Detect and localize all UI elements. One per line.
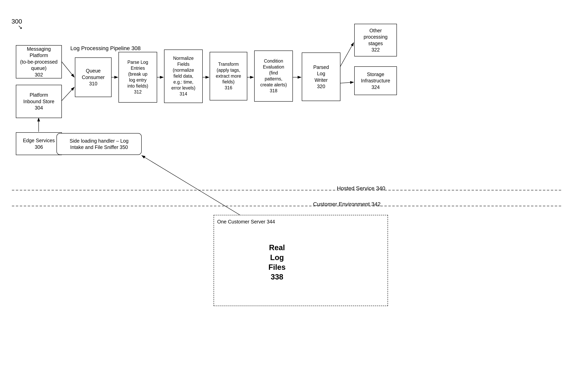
other-processing-box: Otherprocessingstages322 <box>354 24 397 56</box>
platform-inbound-label: PlatformInbound Store304 <box>23 92 54 111</box>
svg-line-10 <box>340 82 354 83</box>
parse-log-box: Parse LogEntries(break uplog entryinto f… <box>118 52 157 103</box>
normalize-fields-box: NormalizeFields(normalizefield data,e.g.… <box>164 50 203 103</box>
one-customer-server-label: One Customer Server 344 <box>217 219 275 225</box>
log-pipeline-label: Log Processing Pipeline 308 <box>70 45 141 52</box>
normalize-fields-label: NormalizeFields(normalizefield data,e.g.… <box>172 56 195 97</box>
edge-services-label: Edge Services306 <box>23 137 55 150</box>
messaging-platform-box: Messaging Platform(to-be-processedqueue)… <box>16 45 62 79</box>
condition-eval-box: ConditionEvaluation(findpatterns,create … <box>254 51 293 102</box>
svg-line-3 <box>61 87 74 101</box>
svg-line-2 <box>61 61 74 77</box>
ref-300-arrow: ↘ <box>18 24 22 30</box>
svg-line-9 <box>340 43 354 67</box>
side-loading-label: Side loading handler – LogIntake and Fil… <box>70 138 128 151</box>
customer-env-label: Customer Environment 342 <box>313 201 381 207</box>
parsed-log-writer-box: ParsedLogWriter320 <box>302 53 340 101</box>
messaging-platform-label: Messaging Platform(to-be-processedqueue)… <box>18 46 60 78</box>
condition-eval-label: ConditionEvaluation(findpatterns,create … <box>260 58 287 94</box>
parse-log-label: Parse LogEntries(break uplog entryinto f… <box>127 59 148 95</box>
hosted-service-label: Hosted Service 340 <box>337 185 385 192</box>
queue-consumer-label: QueueConsumer310 <box>82 68 105 87</box>
transform-label: Transform(apply tags,extract morefields)… <box>216 61 241 91</box>
parsed-log-writer-label: ParsedLogWriter320 <box>313 64 329 90</box>
other-processing-label: Otherprocessingstages322 <box>364 27 388 53</box>
platform-inbound-box: PlatformInbound Store304 <box>16 85 62 118</box>
storage-infra-label: StorageInfrastructure324 <box>361 71 390 90</box>
transform-box: Transform(apply tags,extract morefields)… <box>210 52 247 100</box>
storage-infra-box: StorageInfrastructure324 <box>354 66 397 95</box>
diagram-container: 300 ↘ <box>0 0 576 392</box>
side-loading-box: Side loading handler – LogIntake and Fil… <box>57 133 142 155</box>
edge-services-box: Edge Services306 <box>16 132 62 155</box>
queue-consumer-box: QueueConsumer310 <box>75 57 112 97</box>
real-log-files-text: RealLogFiles338 <box>251 240 303 285</box>
